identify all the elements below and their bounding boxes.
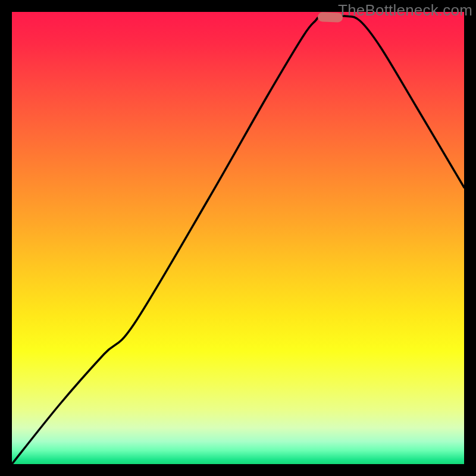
watermark-text: TheBottleneck.com: [338, 1, 472, 20]
bottleneck-curve: [12, 12, 464, 464]
